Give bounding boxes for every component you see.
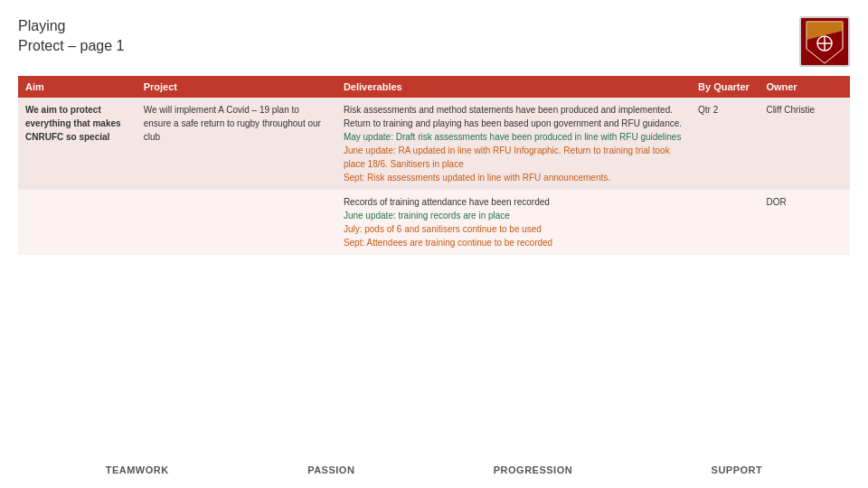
footer-progression: PROGRESSION [494, 465, 572, 475]
cell-owner: Cliff Christie [759, 98, 850, 190]
page-title-block: Playing Protect – page 1 [18, 16, 124, 57]
main-table: Aim Project Deliverables By Quarter Owne… [18, 76, 850, 255]
cell-project: We will implement A Covid – 19 plan to e… [137, 98, 336, 190]
club-logo [799, 16, 850, 67]
footer-passion: PASSION [307, 465, 354, 475]
page-header: Playing Protect – page 1 [0, 0, 868, 76]
deliverable-item: May update: Draft risk assessments have … [344, 132, 682, 142]
deliverable-item: Records of training attendance have been… [344, 197, 550, 207]
table-row: We aim to protect everything that makes … [18, 98, 850, 190]
cell-deliverables: Risk assessments and method statements h… [336, 98, 691, 190]
deliverable-item: June update: training records are in pla… [344, 211, 510, 221]
table-header-row: Aim Project Deliverables By Quarter Owne… [18, 76, 850, 98]
col-header-quarter: By Quarter [691, 76, 759, 98]
cell-aim [18, 190, 137, 255]
page-title: Playing Protect – page 1 [18, 16, 124, 57]
deliverable-item: Sept: Attendees are training continue to… [344, 238, 552, 248]
deliverable-item: July: pods of 6 and sanitisers continue … [344, 224, 542, 234]
deliverable-item: Risk assessments and method statements h… [344, 105, 682, 128]
cell-aim: We aim to protect everything that makes … [18, 98, 137, 190]
cell-deliverables: Records of training attendance have been… [336, 190, 691, 255]
cell-quarter [691, 190, 759, 255]
footer-teamwork: TEAMWORK [106, 465, 169, 475]
col-header-project: Project [137, 76, 336, 98]
footer: TEAMWORK PASSION PROGRESSION SUPPORT [0, 465, 868, 475]
deliverable-item: Sept: Risk assessments updated in line w… [344, 173, 610, 183]
cell-quarter: Qtr 2 [691, 98, 759, 190]
deliverable-item: June update: RA updated in line with RFU… [344, 145, 670, 169]
col-header-aim: Aim [18, 76, 137, 98]
footer-support: SUPPORT [712, 465, 763, 475]
cell-owner: DOR [759, 190, 850, 255]
col-header-owner: Owner [759, 76, 850, 98]
col-header-deliverables: Deliverables [336, 76, 691, 98]
cell-project [137, 190, 336, 255]
table-row: Records of training attendance have been… [18, 190, 850, 255]
